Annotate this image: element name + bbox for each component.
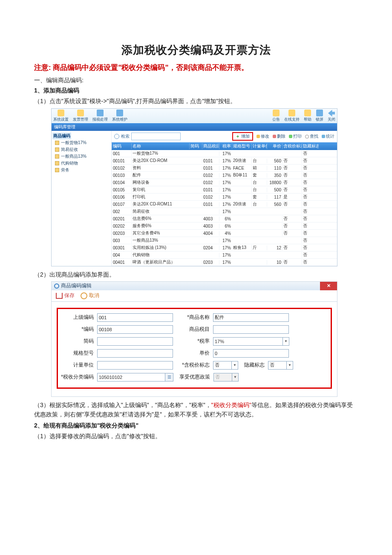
app-top-toolbar: 系统设置发票管理报税处理系统维护 公告在线支持帮助锁屏关闭 [52,109,337,123]
action-icon [328,110,335,116]
table-row[interactable]: 00104网络设备010217%台18800否否 [112,179,337,186]
delete-button[interactable]: 删除 [273,133,285,139]
cancel-button[interactable]: 取消 [81,292,99,299]
table-header: 编码名称简码商品税目税率规格型号计量单位单价含税价标志隐藏标志 [112,142,337,150]
module-icon [77,110,84,116]
top-menu-2[interactable]: 报税处理 [92,110,108,122]
step-2-1: （1）选择要修改的商品编码，点击"修改"按钮。 [34,431,358,441]
action-icon [288,110,295,116]
step-1-2: （2）出现商品编码添加界面。 [34,270,358,279]
top-action-0[interactable]: 公告 [272,110,280,122]
parent-code-input[interactable] [97,313,173,322]
tree-root[interactable]: 商品编码 [52,133,71,139]
chevron-down-icon: ▼ [232,373,239,382]
table-row[interactable]: 00301实用精炼油 (13%)020417%粮食13斤12否否 [112,244,337,251]
table-row[interactable]: 00103配件010217%B0单11套350否否 [112,172,337,179]
add-button[interactable]: ＋增加 [232,132,253,141]
tree-item[interactable]: 一般货物17% [52,139,110,146]
warning-line: 注意: 商品编码中必须设置"税收分类编码"，否则该商品不能开票。 [34,63,358,72]
tree-item[interactable]: 简易征收 [52,146,110,153]
cancel-icon [81,292,87,299]
section-1-2: 2、给现有商品编码添加"税收分类编码" [34,422,358,430]
dialog-titlebar: 商品编码编辑 ✕ [52,282,337,290]
label-short: 简码 [61,338,94,345]
action-icon [304,110,311,116]
step-1-3: （3）根据实际情况，选择或输入"上级编码"，"商品名称"，"税率"，"税收分类编… [34,400,358,419]
unit-input[interactable] [97,361,173,370]
top-menu-3[interactable]: 系统维护 [112,110,127,122]
find-button[interactable]: 查找 [305,133,318,139]
search-label: 检索 [121,133,130,139]
policy-select [213,373,232,382]
table-row[interactable]: 00106打印机010217%套117是否 [112,194,337,201]
search-input[interactable] [131,133,181,140]
table-row[interactable]: 00202服务费6%40036%否否 [112,223,337,230]
tax-rate-select[interactable] [213,337,283,346]
label-price: 单价 [176,350,210,357]
print-button[interactable]: 打印 [289,133,302,139]
screenshot-product-list: 系统设置发票管理报税处理系统维护 公告在线支持帮助锁屏关闭 编码库管理 商品编码… [51,108,337,266]
tax-inc-select[interactable] [213,361,232,370]
label-hide: 隐藏标志 [242,361,265,369]
screenshot-edit-dialog: 商品编码编辑 ✕ 保存 取消 上级编码 *商品名称 *编码 商品税目 [51,281,337,397]
tax-class-code-input[interactable] [97,373,165,382]
search-icon [114,134,119,139]
tree-item[interactable]: 代购销物 [52,160,110,167]
table-row[interactable]: 003一般商品13%17%否 [112,237,337,244]
module-icon [97,110,104,116]
table-row[interactable]: 00201信息费6%40036%否否 [112,215,337,223]
print-icon [289,135,292,138]
table-row[interactable]: 00101美达20X CD-ROM010117%20倍速台560否否 [112,157,337,165]
label-name: *商品名称 [176,314,210,321]
module-title-bar: 编码库管理 [52,123,337,131]
table-row[interactable]: 002简易征收17%否 [112,208,337,215]
top-action-4[interactable]: 关闭 [328,110,335,122]
dialog-toolbar: 保存 取消 [52,290,337,302]
save-button[interactable]: 保存 [56,292,75,299]
modify-button[interactable]: 修改 [257,133,269,139]
section-1-1: 1、添加商品编码 [34,87,358,95]
chevron-down-icon[interactable]: ▼ [283,337,289,346]
label-inc: *含税价标志 [176,361,210,369]
section-1: 一、编辑商品编码: [34,77,358,84]
hide-select[interactable] [268,361,287,370]
top-menu-1[interactable]: 发票管理 [73,110,88,122]
list-toolbar: 检索 ＋增加 修改 删除 打印 查找 统计 [112,131,337,142]
module-icon [116,110,123,116]
label-policy: 享受优惠政策 [177,373,210,381]
tree-item[interactable]: 劳务 [52,167,110,173]
product-name-input[interactable] [213,313,289,322]
stats-button[interactable]: 统计 [322,133,334,139]
code-input[interactable] [97,325,173,334]
search-icon [305,135,309,139]
top-action-2[interactable]: 帮助 [304,110,311,122]
table-row[interactable]: 00401啤酒（更新税目产品）020317%10否否 [112,259,337,266]
top-menu-0[interactable]: 系统设置 [53,110,69,122]
required-fields-highlight: 上级编码 *商品名称 *编码 商品税目 简码 *税率 ▼ [57,308,332,389]
close-button[interactable]: ✕ [320,282,337,290]
save-icon [56,293,63,299]
top-action-1[interactable]: 在线支持 [284,110,300,122]
label-code: *编码 [61,326,94,333]
label-parent: 上级编码 [61,314,94,321]
label-rate: *税率 [176,338,210,345]
table-row[interactable]: 00102资料010117%FACE箱110否否 [112,165,337,172]
edit-icon [257,135,260,138]
table-row[interactable]: 001一般货物17%17%否 [112,150,337,157]
table-row[interactable]: 00107美达20X CD-ROM11010117%20倍速台560否否 [112,201,337,208]
chevron-down-icon[interactable]: ▼ [287,361,293,370]
chevron-down-icon[interactable]: ▼ [232,361,238,370]
chart-icon [322,135,325,138]
table-row[interactable]: 00105复印机010117%台500否否 [112,186,337,194]
table-row[interactable]: 004代购销物17%否 [112,251,337,259]
price-input[interactable] [213,349,289,358]
category-tree: 商品编码 一般货物17%简易征收一般商品13%代购销物劳务 [52,131,112,266]
lookup-button[interactable]: ☰ [165,373,173,382]
table-row[interactable]: 00203其它业务费4%40044%否否 [112,230,337,237]
spec-input[interactable] [97,349,173,358]
dialog-title: 商品编码编辑 [61,282,92,289]
tree-item[interactable]: 一般商品13% [52,153,110,160]
tax-item-input[interactable] [213,325,289,334]
top-action-3[interactable]: 锁屏 [316,110,323,122]
short-code-input[interactable] [97,337,173,346]
